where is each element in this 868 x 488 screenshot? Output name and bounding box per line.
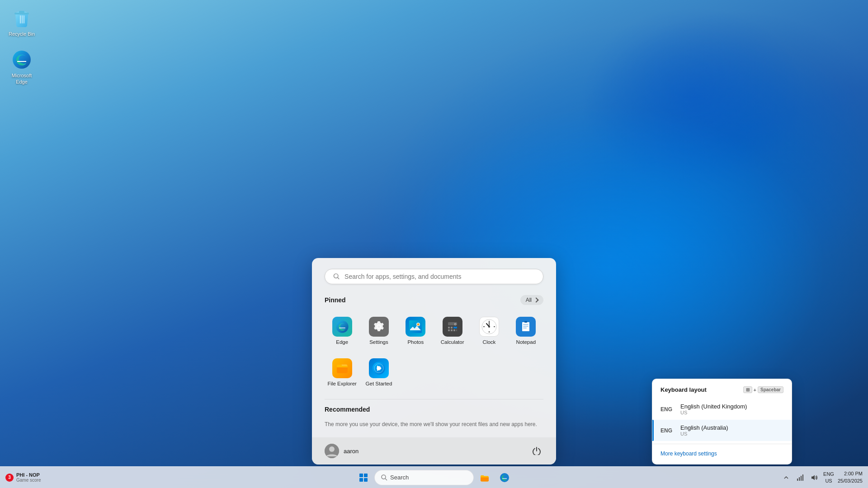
user-bar: aaron <box>312 437 556 465</box>
svg-rect-47 <box>799 477 800 481</box>
taskbar-search-label: Search <box>390 474 409 481</box>
game-title: PHI - NOP <box>16 472 41 478</box>
app-settings[interactable]: Settings <box>361 312 396 349</box>
spacebar-key-badge: Spacebar <box>758 386 783 393</box>
app-edge[interactable]: Edge <box>325 312 359 349</box>
windows-logo-icon <box>359 474 368 482</box>
svg-point-12 <box>417 324 420 326</box>
search-icon <box>333 273 340 280</box>
svg-rect-35 <box>523 326 528 327</box>
system-tray-expand-button[interactable] <box>782 471 791 484</box>
taskbar-right: ENG US 2:00 PM 25/03/2025 <box>782 469 863 487</box>
chevron-up-icon <box>784 475 788 480</box>
svg-rect-20 <box>451 329 453 331</box>
svg-text:0: 0 <box>454 323 456 326</box>
svg-rect-1 <box>20 15 21 23</box>
speaker-button[interactable] <box>809 469 820 487</box>
taskbar-file-explorer[interactable] <box>476 469 494 487</box>
section-divider <box>325 399 543 399</box>
power-button[interactable] <box>530 444 543 458</box>
keyboard-layout-popup: Keyboard layout ⊞ + Spacebar ENG English… <box>652 379 792 465</box>
lang-code-uk: ENG <box>660 406 675 413</box>
lang-code-au: ENG <box>660 427 675 434</box>
clock-display[interactable]: 2:00 PM 25/03/2025 <box>838 470 863 484</box>
popup-header: Keyboard layout ⊞ + Spacebar <box>652 386 792 399</box>
svg-rect-48 <box>801 476 802 481</box>
clock-label: Clock <box>483 339 496 345</box>
edge-app-icon <box>332 317 352 337</box>
user-name: aaron <box>344 448 359 455</box>
pinned-grid-row2: File Explorer Get Starte <box>325 354 543 391</box>
win-key-badge: ⊞ <box>743 386 752 393</box>
start-button[interactable] <box>354 469 373 487</box>
network-button[interactable] <box>794 469 805 487</box>
recycle-bin-label: Recycle Bin <box>9 31 35 37</box>
svg-rect-49 <box>802 474 803 481</box>
app-file-explorer[interactable]: File Explorer <box>325 354 359 391</box>
all-button[interactable]: All <box>520 295 543 305</box>
app-calculator[interactable]: 0 Calculator <box>435 312 470 349</box>
search-input[interactable] <box>344 273 535 280</box>
svg-rect-5 <box>19 11 24 13</box>
edge-desktop-label: Microsoft Edge <box>7 72 36 85</box>
svg-point-45 <box>500 473 509 482</box>
svg-line-8 <box>338 277 339 279</box>
app-get-started[interactable]: Get Started <box>361 354 396 391</box>
lang-name-block-uk: English (United Kingdom) US <box>680 403 747 415</box>
recommended-description: The more you use your device, the more w… <box>325 420 543 428</box>
keyboard-shortcut: ⊞ + Spacebar <box>743 386 783 393</box>
edge-desktop-icon <box>11 49 33 70</box>
clock-app-icon <box>479 317 499 337</box>
popup-divider <box>652 444 792 444</box>
recommended-section: Recommended The more you use your device… <box>325 406 543 428</box>
svg-rect-21 <box>453 329 455 331</box>
svg-rect-2 <box>22 15 23 23</box>
desktop-icon-recycle-bin[interactable]: Recycle Bin <box>4 4 40 41</box>
more-keyboard-settings-link[interactable]: More keyboard settings <box>652 447 792 460</box>
language-indicator[interactable]: ENG US <box>823 471 834 484</box>
taskbar-edge-icon <box>500 473 509 483</box>
speaker-icon <box>811 474 818 481</box>
lang-sub-uk: US <box>680 410 747 415</box>
svg-rect-46 <box>797 479 798 481</box>
getstarted-label: Get Started <box>366 381 392 386</box>
recycle-bin-icon <box>11 7 33 29</box>
search-bar[interactable] <box>325 269 543 284</box>
recommended-label: Recommended <box>325 406 370 413</box>
svg-rect-16 <box>448 327 450 328</box>
svg-rect-33 <box>522 322 529 331</box>
start-menu: Pinned All <box>312 258 556 465</box>
app-photos[interactable]: Photos <box>398 312 433 349</box>
photos-app-icon <box>406 317 425 337</box>
date-display: 25/03/2025 <box>838 478 863 484</box>
photos-label: Photos <box>407 339 424 345</box>
notepad-app-icon <box>516 317 536 337</box>
fileexplorer-app-icon <box>332 358 352 378</box>
edge-label: Edge <box>336 339 348 345</box>
language-option-uk[interactable]: ENG English (United Kingdom) US <box>652 399 792 420</box>
chevron-right-icon <box>533 297 538 302</box>
app-notepad[interactable]: Notepad <box>509 312 543 349</box>
popup-title: Keyboard layout <box>660 386 707 393</box>
svg-point-43 <box>382 475 386 479</box>
svg-point-6 <box>13 51 31 69</box>
svg-rect-10 <box>409 320 422 333</box>
settings-label: Settings <box>369 339 388 345</box>
svg-rect-34 <box>523 324 528 325</box>
notepad-label: Notepad <box>516 339 536 345</box>
user-info[interactable]: aaron <box>325 444 359 458</box>
language-option-au[interactable]: ENG English (Australia) US <box>652 420 792 441</box>
getstarted-app-icon <box>369 358 389 378</box>
pinned-label: Pinned <box>325 296 346 304</box>
svg-point-31 <box>488 326 490 328</box>
lang-full-name-au: English (Australia) <box>680 424 728 431</box>
pinned-grid: Edge Settings <box>325 312 543 349</box>
desktop-icon-edge[interactable]: Microsoft Edge <box>4 45 40 89</box>
lang-code-display: ENG <box>823 471 834 477</box>
app-clock[interactable]: Clock <box>472 312 506 349</box>
power-icon <box>533 447 541 455</box>
game-score-widget[interactable]: 3 PHI - NOP Game score <box>5 472 41 483</box>
lang-region-display: US <box>823 478 834 484</box>
taskbar-edge[interactable] <box>495 469 514 487</box>
taskbar-search[interactable]: Search <box>374 470 474 485</box>
